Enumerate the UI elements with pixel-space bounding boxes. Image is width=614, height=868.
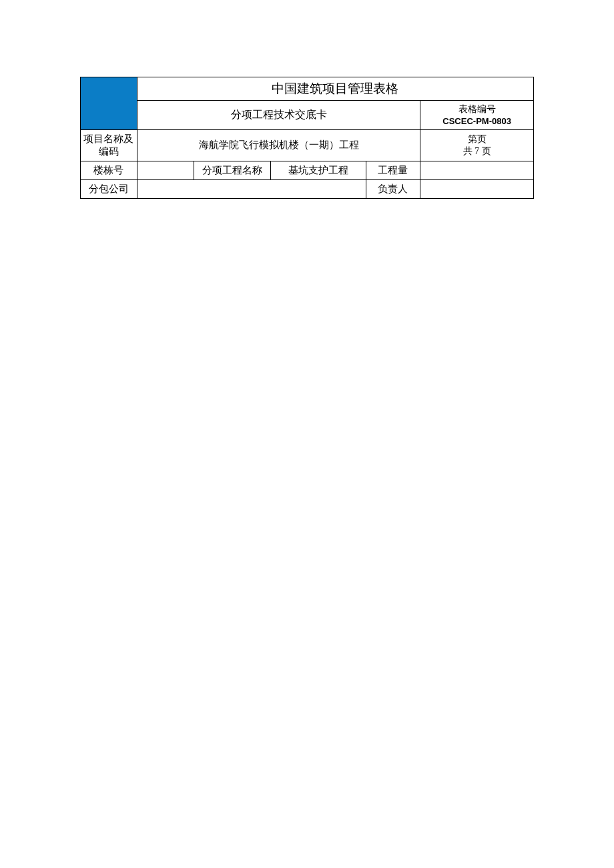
page-info-cell: 第页 共 7 页 <box>420 130 534 161</box>
logo-placeholder <box>81 77 137 130</box>
form-title: 中国建筑项目管理表格 <box>137 77 533 101</box>
project-name-label-line1: 项目名称及 <box>83 133 133 144</box>
project-name-label-line2: 编码 <box>99 146 119 157</box>
subcontractor-label: 分包公司 <box>81 179 137 198</box>
subcontractor-value <box>137 179 366 198</box>
project-name-value: 海航学院飞行模拟机楼（一期）工程 <box>137 130 420 161</box>
page-line2: 共 7 页 <box>463 146 491 156</box>
form-subtitle: 分项工程技术交底卡 <box>137 101 420 130</box>
form-code-value: CSCEC-PM-0803 <box>442 116 511 126</box>
form-code-cell: 表格编号 CSCEC-PM-0803 <box>420 101 534 130</box>
responsible-value <box>420 179 534 198</box>
project-name-label: 项目名称及 编码 <box>81 130 137 161</box>
building-label: 楼栋号 <box>81 161 137 179</box>
quantity-label: 工程量 <box>366 161 420 179</box>
page-line1: 第页 <box>468 134 487 144</box>
form-code-label: 表格编号 <box>458 104 496 114</box>
quantity-value <box>420 161 534 179</box>
building-value <box>137 161 194 179</box>
subitem-value: 基坑支护工程 <box>271 161 366 179</box>
responsible-label: 负责人 <box>366 179 420 198</box>
form-table: 中国建筑项目管理表格 分项工程技术交底卡 表格编号 CSCEC-PM-0803 … <box>80 77 534 199</box>
subitem-label: 分项工程名称 <box>194 161 270 179</box>
